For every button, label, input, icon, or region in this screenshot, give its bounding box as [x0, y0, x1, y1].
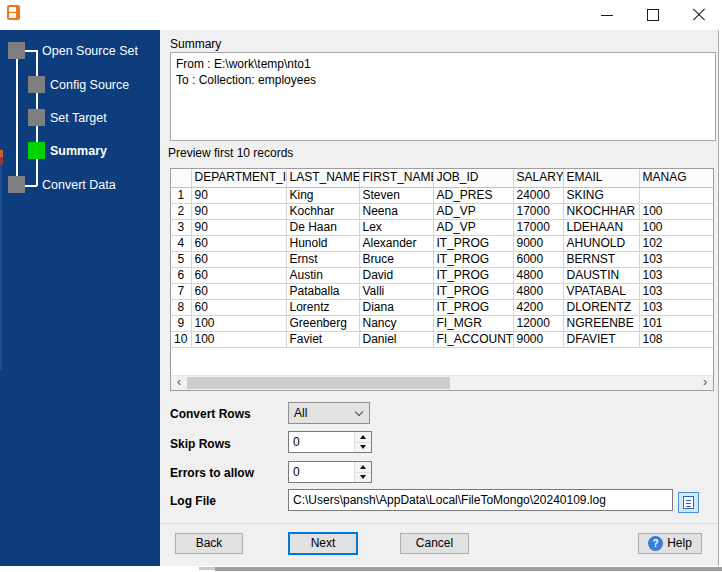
- row-number-cell[interactable]: 10: [171, 331, 191, 347]
- scroll-right-arrow-icon[interactable]: ›: [697, 376, 713, 390]
- table-cell[interactable]: Diana: [359, 299, 433, 315]
- scrollbar-thumb[interactable]: [187, 377, 450, 389]
- table-cell[interactable]: 24000: [513, 187, 563, 203]
- errors-to-allow-stepper[interactable]: 0: [288, 461, 372, 483]
- table-row[interactable]: 560ErnstBruceIT_PROG6000BERNST103: [171, 251, 714, 267]
- table-cell[interactable]: Hunold: [286, 235, 359, 251]
- table-cell[interactable]: LDEHAAN: [563, 219, 639, 235]
- table-cell[interactable]: AD_PRES: [433, 187, 513, 203]
- table-cell[interactable]: 17000: [513, 219, 563, 235]
- table-cell[interactable]: Steven: [359, 187, 433, 203]
- table-row[interactable]: 760PataballaValliIT_PROG4800VPATABAL103: [171, 283, 714, 299]
- table-cell[interactable]: IT_PROG: [433, 235, 513, 251]
- table-cell[interactable]: 103: [639, 299, 714, 315]
- table-cell[interactable]: De Haan: [286, 219, 359, 235]
- table-cell[interactable]: David: [359, 267, 433, 283]
- table-cell[interactable]: 103: [639, 267, 714, 283]
- table-cell[interactable]: Austin: [286, 267, 359, 283]
- sidebar-item-config-source[interactable]: Config Source: [50, 78, 129, 92]
- step-square-open-source-set[interactable]: [8, 42, 25, 59]
- table-cell[interactable]: 100: [639, 219, 714, 235]
- table-cell[interactable]: 90: [191, 187, 286, 203]
- row-number-cell[interactable]: 3: [171, 219, 191, 235]
- table-cell[interactable]: 100: [191, 315, 286, 331]
- table-cell[interactable]: 4800: [513, 267, 563, 283]
- horizontal-scrollbar[interactable]: ‹ ›: [171, 375, 713, 390]
- step-square-config-source[interactable]: [28, 76, 45, 93]
- step-square-convert-data[interactable]: [8, 176, 25, 193]
- sidebar-item-convert-data[interactable]: Convert Data: [42, 178, 116, 192]
- table-row[interactable]: 290KochharNeenaAD_VP17000NKOCHHAR100: [171, 203, 714, 219]
- back-button[interactable]: Back: [175, 533, 243, 554]
- table-cell[interactable]: 60: [191, 251, 286, 267]
- table-cell[interactable]: 17000: [513, 203, 563, 219]
- step-square-set-target[interactable]: [28, 109, 45, 126]
- table-cell[interactable]: Ernst: [286, 251, 359, 267]
- table-cell[interactable]: IT_PROG: [433, 299, 513, 315]
- minimize-button[interactable]: [584, 0, 630, 30]
- table-row[interactable]: 10100FavietDanielFI_ACCOUNT9000DFAVIET10…: [171, 331, 714, 347]
- table-cell[interactable]: 6000: [513, 251, 563, 267]
- table-row[interactable]: 660AustinDavidIT_PROG4800DAUSTIN103: [171, 267, 714, 283]
- table-cell[interactable]: DFAVIET: [563, 331, 639, 347]
- skip-rows-down-button[interactable]: [355, 442, 371, 453]
- table-cell[interactable]: 90: [191, 219, 286, 235]
- table-cell[interactable]: IT_PROG: [433, 251, 513, 267]
- next-button[interactable]: Next: [288, 532, 358, 555]
- table-cell[interactable]: IT_PROG: [433, 283, 513, 299]
- table-row[interactable]: 860LorentzDianaIT_PROG4200DLORENTZ103: [171, 299, 714, 315]
- sidebar-item-open-source-set[interactable]: Open Source Set: [42, 44, 138, 58]
- table-cell[interactable]: 100: [191, 331, 286, 347]
- table-cell[interactable]: 9000: [513, 235, 563, 251]
- table-cell[interactable]: Lex: [359, 219, 433, 235]
- summary-text-box[interactable]: From : E:\work\temp\nto1 To : Collection…: [170, 52, 716, 141]
- help-button[interactable]: ? Help: [638, 533, 702, 554]
- table-cell[interactable]: DLORENTZ: [563, 299, 639, 315]
- table-cell[interactable]: Valli: [359, 283, 433, 299]
- step-square-summary[interactable]: [28, 142, 45, 159]
- table-cell[interactable]: 103: [639, 251, 714, 267]
- row-number-cell[interactable]: 2: [171, 203, 191, 219]
- table-cell[interactable]: Lorentz: [286, 299, 359, 315]
- row-number-cell[interactable]: 4: [171, 235, 191, 251]
- table-cell[interactable]: Nancy: [359, 315, 433, 331]
- table-row[interactable]: 390De HaanLexAD_VP17000LDEHAAN100: [171, 219, 714, 235]
- table-cell[interactable]: 108: [639, 331, 714, 347]
- sidebar-item-summary[interactable]: Summary: [50, 144, 107, 158]
- errors-to-allow-value[interactable]: 0: [289, 462, 354, 482]
- table-cell[interactable]: NKOCHHAR: [563, 203, 639, 219]
- table-row[interactable]: 460HunoldAlexanderIT_PROG9000AHUNOLD102: [171, 235, 714, 251]
- table-cell[interactable]: 4800: [513, 283, 563, 299]
- table-cell[interactable]: Daniel: [359, 331, 433, 347]
- sidebar-item-set-target[interactable]: Set Target: [50, 111, 107, 125]
- table-cell[interactable]: Bruce: [359, 251, 433, 267]
- table-cell[interactable]: Faviet: [286, 331, 359, 347]
- errors-up-button[interactable]: [355, 462, 371, 472]
- convert-rows-select[interactable]: All: [288, 402, 370, 424]
- table-cell[interactable]: SKING: [563, 187, 639, 203]
- table-cell[interactable]: 90: [191, 203, 286, 219]
- table-cell[interactable]: 4200: [513, 299, 563, 315]
- table-cell[interactable]: FI_ACCOUNT: [433, 331, 513, 347]
- table-cell[interactable]: 101: [639, 315, 714, 331]
- table-cell[interactable]: Kochhar: [286, 203, 359, 219]
- row-number-cell[interactable]: 9: [171, 315, 191, 331]
- skip-rows-stepper[interactable]: 0: [288, 431, 372, 453]
- close-button[interactable]: [676, 0, 722, 30]
- table-cell[interactable]: 102: [639, 235, 714, 251]
- row-number-cell[interactable]: 8: [171, 299, 191, 315]
- table-cell[interactable]: 12000: [513, 315, 563, 331]
- table-cell[interactable]: IT_PROG: [433, 267, 513, 283]
- skip-rows-value[interactable]: 0: [289, 432, 354, 452]
- table-cell[interactable]: AD_VP: [433, 203, 513, 219]
- table-cell[interactable]: King: [286, 187, 359, 203]
- table-cell[interactable]: Neena: [359, 203, 433, 219]
- row-number-cell[interactable]: 1: [171, 187, 191, 203]
- table-cell[interactable]: Pataballa: [286, 283, 359, 299]
- table-cell[interactable]: VPATABAL: [563, 283, 639, 299]
- skip-rows-up-button[interactable]: [355, 432, 371, 442]
- table-row[interactable]: 190KingStevenAD_PRES24000SKING: [171, 187, 714, 203]
- table-cell[interactable]: BERNST: [563, 251, 639, 267]
- table-cell[interactable]: 60: [191, 299, 286, 315]
- table-cell[interactable]: 103: [639, 283, 714, 299]
